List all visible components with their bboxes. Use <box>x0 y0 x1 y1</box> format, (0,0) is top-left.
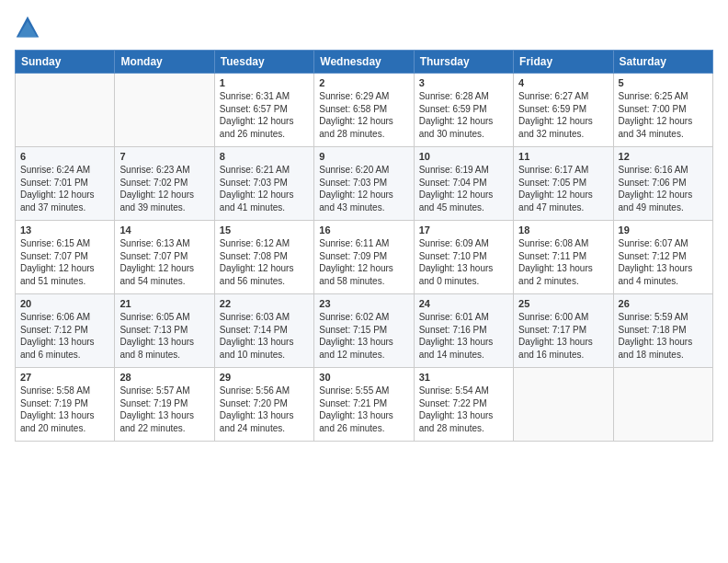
day-number: 21 <box>119 298 209 309</box>
header-cell-tuesday: Tuesday <box>214 51 313 74</box>
day-cell: 10Sunrise: 6:19 AM Sunset: 7:04 PM Dayli… <box>414 147 513 221</box>
day-number: 16 <box>319 224 408 236</box>
calendar-body: 1Sunrise: 6:31 AM Sunset: 6:57 PM Daylig… <box>16 74 713 442</box>
day-number: 6 <box>20 151 109 162</box>
day-number: 14 <box>119 224 209 236</box>
day-number: 26 <box>619 298 708 309</box>
day-number: 8 <box>220 151 309 162</box>
day-cell: 5Sunrise: 6:25 AM Sunset: 7:00 PM Daylig… <box>613 74 712 147</box>
day-cell: 16Sunrise: 6:11 AM Sunset: 7:09 PM Dayli… <box>314 221 414 294</box>
day-detail: Sunrise: 6:01 AM Sunset: 7:16 PM Dayligh… <box>419 311 508 361</box>
day-number: 12 <box>619 151 708 162</box>
day-detail: Sunrise: 6:20 AM Sunset: 7:03 PM Dayligh… <box>319 164 408 213</box>
day-detail: Sunrise: 6:27 AM Sunset: 6:59 PM Dayligh… <box>518 90 608 140</box>
day-detail: Sunrise: 6:11 AM Sunset: 7:09 PM Dayligh… <box>319 237 408 287</box>
day-number: 3 <box>419 77 508 88</box>
day-detail: Sunrise: 6:07 AM Sunset: 7:12 PM Dayligh… <box>619 237 708 287</box>
header-cell-sunday: Sunday <box>16 51 115 74</box>
logo-icon <box>15 15 40 40</box>
day-detail: Sunrise: 6:21 AM Sunset: 7:03 PM Dayligh… <box>220 164 309 213</box>
day-number: 15 <box>220 224 309 236</box>
day-number: 22 <box>220 298 309 309</box>
day-number: 13 <box>20 224 109 236</box>
header-cell-wednesday: Wednesday <box>314 51 414 74</box>
week-row-4: 20Sunrise: 6:06 AM Sunset: 7:12 PM Dayli… <box>16 294 713 368</box>
day-number: 30 <box>319 372 408 383</box>
day-cell: 28Sunrise: 5:57 AM Sunset: 7:19 PM Dayli… <box>115 368 214 442</box>
day-cell: 6Sunrise: 6:24 AM Sunset: 7:01 PM Daylig… <box>16 147 115 221</box>
header-cell-monday: Monday <box>115 51 214 74</box>
day-number: 2 <box>319 77 408 88</box>
day-cell: 15Sunrise: 6:12 AM Sunset: 7:08 PM Dayli… <box>214 221 313 294</box>
day-cell: 21Sunrise: 6:05 AM Sunset: 7:13 PM Dayli… <box>115 294 214 368</box>
day-detail: Sunrise: 6:06 AM Sunset: 7:12 PM Dayligh… <box>20 311 109 361</box>
day-detail: Sunrise: 6:25 AM Sunset: 7:00 PM Dayligh… <box>619 90 708 140</box>
day-detail: Sunrise: 6:09 AM Sunset: 7:10 PM Dayligh… <box>419 237 508 287</box>
day-cell: 24Sunrise: 6:01 AM Sunset: 7:16 PM Dayli… <box>414 294 513 368</box>
day-number: 25 <box>518 298 608 309</box>
day-number: 5 <box>619 77 708 88</box>
day-cell: 22Sunrise: 6:03 AM Sunset: 7:14 PM Dayli… <box>214 294 313 368</box>
day-detail: Sunrise: 5:57 AM Sunset: 7:19 PM Dayligh… <box>119 385 209 434</box>
day-detail: Sunrise: 6:16 AM Sunset: 7:06 PM Dayligh… <box>619 164 708 213</box>
day-detail: Sunrise: 6:17 AM Sunset: 7:05 PM Dayligh… <box>518 164 608 213</box>
day-cell: 8Sunrise: 6:21 AM Sunset: 7:03 PM Daylig… <box>214 147 313 221</box>
day-cell: 2Sunrise: 6:29 AM Sunset: 6:58 PM Daylig… <box>314 74 414 147</box>
day-number: 7 <box>119 151 209 162</box>
day-cell: 23Sunrise: 6:02 AM Sunset: 7:15 PM Dayli… <box>314 294 414 368</box>
day-number: 11 <box>518 151 608 162</box>
day-detail: Sunrise: 6:03 AM Sunset: 7:14 PM Dayligh… <box>220 311 309 361</box>
day-cell: 14Sunrise: 6:13 AM Sunset: 7:07 PM Dayli… <box>115 221 214 294</box>
day-detail: Sunrise: 6:24 AM Sunset: 7:01 PM Dayligh… <box>20 164 109 213</box>
day-cell: 1Sunrise: 6:31 AM Sunset: 6:57 PM Daylig… <box>214 74 313 147</box>
day-number: 29 <box>220 372 309 383</box>
week-row-2: 6Sunrise: 6:24 AM Sunset: 7:01 PM Daylig… <box>16 147 713 221</box>
day-detail: Sunrise: 6:28 AM Sunset: 6:59 PM Dayligh… <box>419 90 508 140</box>
day-cell <box>115 74 214 147</box>
page-header <box>15 15 713 40</box>
week-row-1: 1Sunrise: 6:31 AM Sunset: 6:57 PM Daylig… <box>16 74 713 147</box>
day-detail: Sunrise: 6:13 AM Sunset: 7:07 PM Dayligh… <box>119 237 209 287</box>
day-number: 28 <box>119 372 209 383</box>
day-cell: 25Sunrise: 6:00 AM Sunset: 7:17 PM Dayli… <box>514 294 613 368</box>
day-detail: Sunrise: 6:08 AM Sunset: 7:11 PM Dayligh… <box>518 237 608 287</box>
day-number: 1 <box>220 77 309 88</box>
day-detail: Sunrise: 6:19 AM Sunset: 7:04 PM Dayligh… <box>419 164 508 213</box>
day-detail: Sunrise: 6:31 AM Sunset: 6:57 PM Dayligh… <box>220 90 309 140</box>
week-row-5: 27Sunrise: 5:58 AM Sunset: 7:19 PM Dayli… <box>16 368 713 442</box>
day-detail: Sunrise: 5:55 AM Sunset: 7:21 PM Dayligh… <box>319 385 408 434</box>
week-row-3: 13Sunrise: 6:15 AM Sunset: 7:07 PM Dayli… <box>16 221 713 294</box>
day-number: 27 <box>20 372 109 383</box>
day-cell: 27Sunrise: 5:58 AM Sunset: 7:19 PM Dayli… <box>16 368 115 442</box>
day-number: 17 <box>419 224 508 236</box>
day-detail: Sunrise: 5:56 AM Sunset: 7:20 PM Dayligh… <box>220 385 309 434</box>
day-detail: Sunrise: 6:29 AM Sunset: 6:58 PM Dayligh… <box>319 90 408 140</box>
day-number: 18 <box>518 224 608 236</box>
day-detail: Sunrise: 6:15 AM Sunset: 7:07 PM Dayligh… <box>20 237 109 287</box>
day-detail: Sunrise: 6:02 AM Sunset: 7:15 PM Dayligh… <box>319 311 408 361</box>
day-detail: Sunrise: 5:59 AM Sunset: 7:18 PM Dayligh… <box>619 311 708 361</box>
day-detail: Sunrise: 6:12 AM Sunset: 7:08 PM Dayligh… <box>220 237 309 287</box>
day-cell: 3Sunrise: 6:28 AM Sunset: 6:59 PM Daylig… <box>414 74 513 147</box>
header-cell-friday: Friday <box>514 51 613 74</box>
header-row: SundayMondayTuesdayWednesdayThursdayFrid… <box>16 51 713 74</box>
day-cell: 12Sunrise: 6:16 AM Sunset: 7:06 PM Dayli… <box>613 147 712 221</box>
day-cell: 29Sunrise: 5:56 AM Sunset: 7:20 PM Dayli… <box>214 368 313 442</box>
day-number: 23 <box>319 298 408 309</box>
header-cell-saturday: Saturday <box>613 51 712 74</box>
day-number: 24 <box>419 298 508 309</box>
day-cell: 31Sunrise: 5:54 AM Sunset: 7:22 PM Dayli… <box>414 368 513 442</box>
day-cell: 30Sunrise: 5:55 AM Sunset: 7:21 PM Dayli… <box>314 368 414 442</box>
day-number: 20 <box>20 298 109 309</box>
header-cell-thursday: Thursday <box>414 51 513 74</box>
day-cell: 13Sunrise: 6:15 AM Sunset: 7:07 PM Dayli… <box>16 221 115 294</box>
day-cell: 26Sunrise: 5:59 AM Sunset: 7:18 PM Dayli… <box>613 294 712 368</box>
day-cell: 19Sunrise: 6:07 AM Sunset: 7:12 PM Dayli… <box>613 221 712 294</box>
calendar-table: SundayMondayTuesdayWednesdayThursdayFrid… <box>15 50 713 442</box>
day-cell: 18Sunrise: 6:08 AM Sunset: 7:11 PM Dayli… <box>514 221 613 294</box>
day-cell: 11Sunrise: 6:17 AM Sunset: 7:05 PM Dayli… <box>514 147 613 221</box>
day-cell: 4Sunrise: 6:27 AM Sunset: 6:59 PM Daylig… <box>514 74 613 147</box>
day-number: 10 <box>419 151 508 162</box>
logo <box>15 15 44 40</box>
day-cell <box>16 74 115 147</box>
